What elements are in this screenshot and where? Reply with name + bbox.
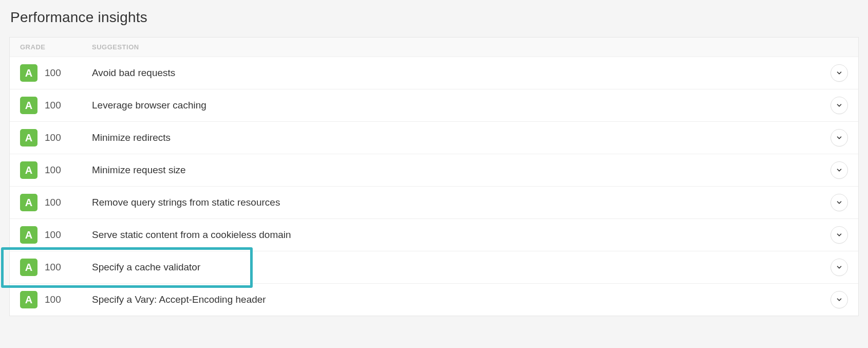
chevron-down-icon [836,231,843,239]
grade-cell: A100 [20,161,92,179]
suggestion-text: Remove query strings from static resourc… [92,197,831,208]
grade-score: 100 [45,229,61,241]
page-title: Performance insights [10,9,859,26]
grade-badge: A [20,161,37,179]
chevron-down-icon [836,296,843,303]
chevron-down-icon [836,167,843,174]
grade-cell: A100 [20,291,92,308]
expand-button[interactable] [831,194,848,211]
grade-badge: A [20,97,37,114]
table-row[interactable]: A100Minimize request size [10,154,858,186]
grade-badge: A [20,129,37,146]
chevron-down-icon [836,264,843,271]
table-row[interactable]: A100Specify a cache validator [10,251,858,283]
grade-badge: A [20,259,37,276]
expand-button[interactable] [831,97,848,114]
page: Performance insights GRADE SUGGESTION A1… [0,0,868,332]
expand-button[interactable] [831,64,848,82]
grade-score: 100 [45,67,61,79]
table-row[interactable]: A100Minimize redirects [10,121,858,154]
grade-badge: A [20,64,37,82]
grade-score: 100 [45,197,61,208]
suggestion-text: Specify a cache validator [92,262,831,273]
table-row[interactable]: A100Specify a Vary: Accept-Encoding head… [10,283,858,316]
grade-cell: A100 [20,194,92,211]
grade-badge: A [20,291,37,308]
table-row[interactable]: A100Avoid bad requests [10,57,858,89]
expand-button[interactable] [831,161,848,179]
grade-score: 100 [45,164,61,176]
table-row[interactable]: A100Remove query strings from static res… [10,186,858,218]
suggestion-text: Minimize redirects [92,132,831,143]
grade-badge: A [20,226,37,244]
table-body: A100Avoid bad requestsA100Leverage brows… [10,57,858,316]
table-header: GRADE SUGGESTION [10,38,858,57]
table-row[interactable]: A100Leverage browser caching [10,89,858,121]
chevron-down-icon [836,69,843,77]
chevron-down-icon [836,134,843,141]
grade-cell: A100 [20,259,92,276]
grade-score: 100 [45,262,61,273]
table-row[interactable]: A100Serve static content from a cookiele… [10,218,858,251]
grade-cell: A100 [20,97,92,114]
expand-button[interactable] [831,259,848,276]
grade-cell: A100 [20,129,92,146]
column-header-suggestion: SUGGESTION [92,43,848,51]
suggestion-text: Minimize request size [92,164,831,176]
grade-badge: A [20,194,37,211]
suggestion-text: Serve static content from a cookieless d… [92,229,831,241]
suggestion-text: Avoid bad requests [92,67,831,79]
chevron-down-icon [836,102,843,109]
grade-score: 100 [45,294,61,305]
grade-score: 100 [45,100,61,111]
suggestion-text: Leverage browser caching [92,100,831,111]
insights-panel: GRADE SUGGESTION A100Avoid bad requestsA… [9,37,859,316]
chevron-down-icon [836,199,843,206]
grade-score: 100 [45,132,61,143]
expand-button[interactable] [831,226,848,244]
expand-button[interactable] [831,291,848,308]
grade-cell: A100 [20,64,92,82]
column-header-grade: GRADE [20,43,92,51]
grade-cell: A100 [20,226,92,244]
expand-button[interactable] [831,129,848,146]
suggestion-text: Specify a Vary: Accept-Encoding header [92,294,831,305]
